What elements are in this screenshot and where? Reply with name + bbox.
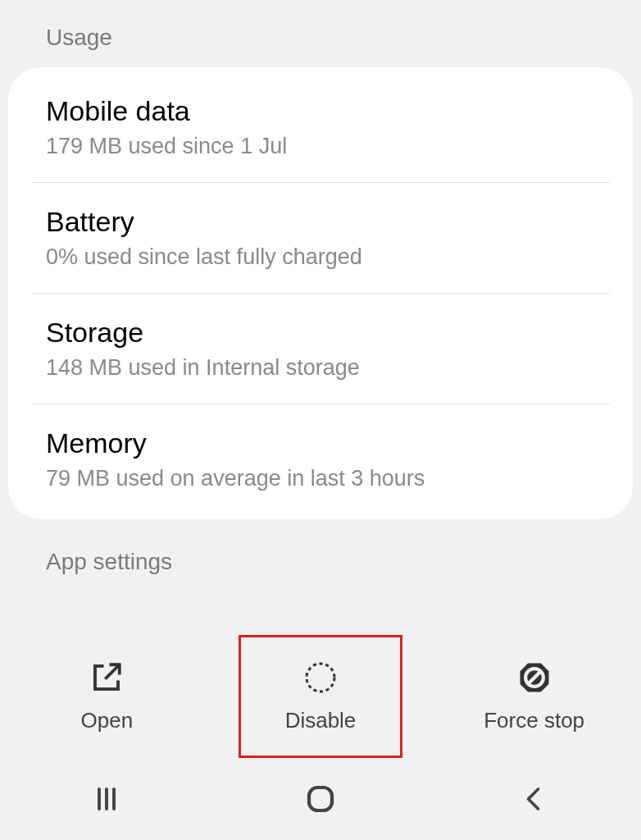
storage-item[interactable]: Storage 148 MB used in Internal storage bbox=[8, 294, 633, 404]
usage-card: Mobile data 179 MB used since 1 Jul Batt… bbox=[8, 67, 633, 519]
battery-item[interactable]: Battery 0% used since last fully charged bbox=[8, 183, 633, 293]
battery-sub: 0% used since last fully charged bbox=[46, 244, 595, 270]
app-settings-header: App settings bbox=[0, 519, 641, 575]
stop-icon bbox=[517, 660, 552, 695]
svg-point-2 bbox=[307, 664, 334, 692]
force-stop-label: Force stop bbox=[484, 708, 584, 733]
usage-section-header: Usage bbox=[0, 0, 641, 67]
back-icon bbox=[520, 784, 549, 814]
storage-title: Storage bbox=[46, 317, 595, 349]
recents-icon bbox=[92, 784, 121, 814]
open-icon bbox=[89, 660, 124, 695]
battery-title: Battery bbox=[46, 206, 595, 238]
memory-sub: 79 MB used on average in last 3 hours bbox=[46, 466, 595, 491]
disable-label: Disable bbox=[285, 708, 357, 733]
disable-button[interactable]: Disable bbox=[239, 635, 402, 758]
recents-button[interactable] bbox=[82, 774, 131, 824]
home-icon bbox=[303, 782, 338, 816]
mobile-data-item[interactable]: Mobile data 179 MB used since 1 Jul bbox=[8, 72, 633, 182]
back-button[interactable] bbox=[510, 774, 559, 824]
navigation-bar bbox=[0, 758, 641, 840]
storage-sub: 148 MB used in Internal storage bbox=[46, 355, 595, 381]
home-button[interactable] bbox=[296, 774, 345, 824]
memory-item[interactable]: Memory 79 MB used on average in last 3 h… bbox=[8, 404, 633, 514]
mobile-data-title: Mobile data bbox=[46, 95, 595, 127]
force-stop-button[interactable]: Force stop bbox=[452, 635, 616, 758]
mobile-data-sub: 179 MB used since 1 Jul bbox=[46, 134, 595, 159]
open-button[interactable]: Open bbox=[25, 635, 189, 758]
open-label: Open bbox=[81, 708, 134, 733]
memory-title: Memory bbox=[46, 427, 595, 459]
disable-icon bbox=[303, 660, 338, 695]
action-bar: Open Disable Force stop bbox=[0, 635, 641, 758]
svg-rect-9 bbox=[309, 788, 332, 810]
